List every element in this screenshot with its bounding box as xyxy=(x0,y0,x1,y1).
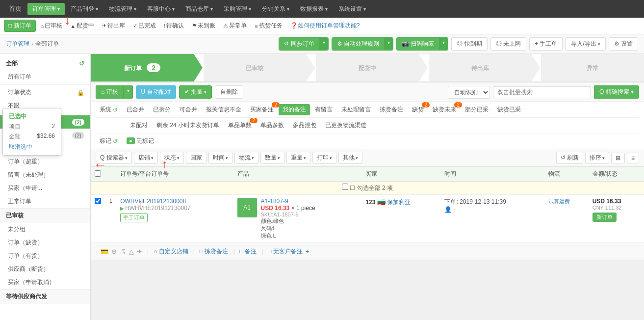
scan-main[interactable]: 📷 扫码响应 xyxy=(397,38,439,50)
search-type-dropdown[interactable]: 自动识别 xyxy=(448,86,490,99)
sidebar-unprocessed-messages[interactable]: 留言（未处理） xyxy=(0,168,90,182)
status-new-order[interactable]: 新订单 2 xyxy=(91,54,194,81)
sidebar-supplier-oos[interactable]: 供应商（断货） xyxy=(0,263,90,276)
no-customer-note-link[interactable]: □ 无客户备注 xyxy=(268,247,303,256)
filter-24h[interactable]: 剩余 24 小时未发货订单 xyxy=(153,120,223,131)
filter-buyer-note[interactable]: 买家备注 2 xyxy=(246,104,278,115)
filter-pick-note[interactable]: 拣货备注 xyxy=(376,104,407,115)
sidebar-all-header[interactable]: 全部 ↺ xyxy=(0,57,90,70)
pick-note-link[interactable]: □ 拣货备注 xyxy=(200,247,229,256)
plane-icon[interactable]: ✈ xyxy=(137,248,142,255)
sidebar-buyer-apply[interactable]: 买家（申请... xyxy=(0,182,90,195)
sidebar-out-of-stock[interactable]: 订单（缺货） xyxy=(0,236,90,249)
popup-cancel[interactable]: 取消选中 xyxy=(9,143,55,151)
buyer-country[interactable]: 保加利亚 xyxy=(387,199,411,206)
add-icon[interactable]: ⊕ xyxy=(111,248,117,255)
tf-qty-btn[interactable]: 数量 ▾ xyxy=(260,152,284,164)
filter-has-message[interactable]: 有留言 xyxy=(311,104,336,115)
select-all-checkbox[interactable] xyxy=(95,170,101,177)
manual-tag[interactable]: 手工订单 xyxy=(120,213,148,222)
import-export-btn[interactable]: 导入/导出 ▾ xyxy=(566,37,605,51)
filter-mergeable[interactable]: 可合并 xyxy=(176,104,201,115)
select-all-cell[interactable]: ☐ 勾选全部 2 项 xyxy=(91,182,644,195)
subnav-abnormal[interactable]: ⚠ 异常单 xyxy=(220,20,250,31)
tf-country-btn[interactable]: 国家 xyxy=(186,152,206,164)
breadcrumb-parent[interactable]: 订单管理 xyxy=(6,40,29,48)
status-audited[interactable]: 已审核 xyxy=(204,54,307,81)
tf-weight-btn[interactable]: 重量 ▾ xyxy=(286,152,310,164)
filter-oos-future[interactable]: 缺货未来 2 xyxy=(429,104,460,115)
tf-print-btn[interactable]: 打印 ▾ xyxy=(312,152,336,164)
sync-order-main[interactable]: ↺ 同步订单 xyxy=(279,38,319,50)
auto-rule-btn-group[interactable]: ⚙ 自动处理规则 ▾ xyxy=(332,37,393,51)
filter-partial-purchased[interactable]: 部分已采 xyxy=(461,104,492,115)
filter-system[interactable]: 系统 ↺ xyxy=(96,104,122,115)
nav-product-listing[interactable]: 产品刊登▾ xyxy=(66,3,103,15)
order-status-badge[interactable]: 新订单 xyxy=(592,213,617,222)
status-abnormal[interactable]: 异常 xyxy=(541,54,644,81)
tf-status-btn[interactable]: 状态 ▾ xyxy=(160,152,184,164)
subnav-in-picking[interactable]: ▲ 配货中 xyxy=(67,20,97,31)
nav-logistics[interactable]: 物流管理▾ xyxy=(104,3,141,15)
tf-search-btn[interactable]: Q 搜索器 ▾ xyxy=(96,152,132,164)
sidebar-audited-ungrouped[interactable]: 未分组 xyxy=(0,223,90,236)
sidebar-item-order-status[interactable]: 订单状态 🔒 xyxy=(0,86,90,99)
delete-btn[interactable]: 自删除 xyxy=(215,85,243,99)
sidebar-in-stock[interactable]: 订单（有货） xyxy=(0,249,90,263)
auto-match-btn[interactable]: U 自动配对 xyxy=(136,85,176,99)
expire-btn[interactable]: ◎ 快到期 xyxy=(451,37,487,51)
tf-store-btn[interactable]: 店铺 ▾ xyxy=(134,152,158,164)
filter-single-multi[interactable]: 单品多数 xyxy=(257,120,288,131)
settings-btn[interactable]: ⚙ 设置 xyxy=(609,37,638,51)
tf-logistics-btn[interactable]: 物流 ▾ xyxy=(234,152,258,164)
sync-order-btn-group[interactable]: ↺ 同步订单 ▾ xyxy=(279,37,328,51)
filter-split[interactable]: 已拆分 xyxy=(149,104,175,115)
select-all-2-checkbox[interactable] xyxy=(342,184,348,190)
subnav-unpaid[interactable]: ⚑ 未到账 xyxy=(189,20,218,31)
filter-single-qty[interactable]: 单品单数 2 xyxy=(224,120,256,131)
nav-settings[interactable]: 系统设置▾ xyxy=(334,3,371,15)
sidebar-refresh-icon[interactable]: ↺ xyxy=(79,60,84,67)
add-bottom-link[interactable]: + xyxy=(306,248,309,255)
sync-order-split[interactable]: ▾ xyxy=(319,38,328,50)
nav-procurement[interactable]: 采购管理▾ xyxy=(219,3,256,15)
status-pending-ship[interactable]: 待出库 xyxy=(429,54,532,81)
filter-out-of-stock[interactable]: 缺货 2 xyxy=(408,104,428,115)
tf-other-btn[interactable]: 其他 ▾ xyxy=(338,152,362,164)
nav-home[interactable]: 首页 xyxy=(4,2,26,15)
status-picking[interactable]: 配货中 xyxy=(316,54,419,81)
new-order-button[interactable]: □ 新订单 xyxy=(4,20,36,32)
list-view-btn[interactable]: ≡ xyxy=(627,153,639,163)
calc-shipping-link[interactable]: 试算运费 xyxy=(548,198,585,205)
filter-unmatched[interactable]: 未配对 xyxy=(126,120,152,131)
audit-main-btn[interactable]: ⌂ 审核 xyxy=(96,85,124,99)
filter-my-note[interactable]: 我的备注 xyxy=(279,104,310,115)
print-icon[interactable]: 🖨 xyxy=(120,248,126,255)
sidebar-overweight-orders[interactable]: 订单（超重） xyxy=(0,155,90,168)
manual-order-btn[interactable]: + 手工单 xyxy=(529,37,563,51)
filter-merged[interactable]: 已合并 xyxy=(123,104,148,115)
scan-split[interactable]: ▾ xyxy=(439,38,448,50)
subnav-pending-shipment[interactable]: ✈ 待出库 xyxy=(99,20,128,31)
filter-logistics-changed[interactable]: 已更换物流渠道 xyxy=(321,120,370,131)
search-submit-btn[interactable]: Q 精确搜索 ▾ xyxy=(594,85,639,99)
nav-reports[interactable]: 数据报表▾ xyxy=(295,3,333,15)
audit-btn-group[interactable]: ⌂ 审核 ▾ xyxy=(96,85,133,99)
filter-customs-incomplete[interactable]: 报关信息不全 xyxy=(202,104,245,115)
sidebar-normal-orders[interactable]: 正常订单 xyxy=(0,195,90,208)
grid-view-btn[interactable]: ⊞ xyxy=(611,153,625,163)
note-link[interactable]: □ 备注 xyxy=(240,247,257,256)
audit-split-btn[interactable]: ▾ xyxy=(124,85,133,99)
filter-multi-mix[interactable]: 多品混包 xyxy=(289,120,320,131)
upload-icon[interactable]: △ xyxy=(129,248,134,255)
scan-btn-group[interactable]: 📷 扫码响应 ▾ xyxy=(396,37,448,51)
filter-unprocessed-msg[interactable]: 未处理留言 xyxy=(337,104,375,115)
subnav-pick-task[interactable]: ≡ 拣货任务 xyxy=(252,20,285,31)
custom-store-link[interactable]: ⌂ 自定义店铺 xyxy=(154,247,188,256)
help-link[interactable]: ❓如何使用订单管理功能? xyxy=(287,20,363,31)
subnav-audited[interactable]: ⌂ 已审核 xyxy=(38,20,66,31)
filter-no-tag[interactable]: ● 无标记 xyxy=(123,135,158,147)
row-checkbox-cell[interactable] xyxy=(91,195,105,243)
tf-time-btn[interactable]: 时间 ▾ xyxy=(208,152,232,164)
batch-btn[interactable]: ✔ 批量 ▾ xyxy=(179,85,212,99)
